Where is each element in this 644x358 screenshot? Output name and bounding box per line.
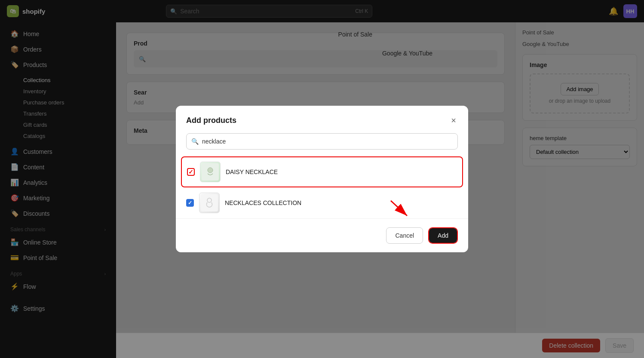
svg-point-1 [208,168,213,173]
modal-title: Add products [186,116,236,125]
necklaces-collection-thumbnail [199,193,220,213]
modal-add-button[interactable]: Add [429,228,457,243]
svg-rect-2 [201,194,218,211]
modal-header: Add products × [176,106,468,133]
checkmark-blue-icon: ✓ [188,200,192,206]
red-arrow-annotation [382,196,417,222]
necklaces-collection-label: NECKLACES COLLECTION [225,199,301,206]
daisy-necklace-thumbnail [200,162,221,182]
daisy-necklace-label: DAISY NECKLACE [226,168,278,175]
modal-search-wrap: 🔍 [176,133,468,156]
add-products-modal: Add products × 🔍 ✓ [176,106,468,252]
modal-search-container: 🔍 [186,133,458,150]
modal-search-icon: 🔍 [191,138,199,145]
modal-overlay: Add products × 🔍 ✓ [0,0,644,358]
add-button-highlight: Add [428,227,458,244]
modal-cancel-button[interactable]: Cancel [386,227,423,244]
modal-product-list: ✓ DAISY NECKLACE ✓ [176,156,468,218]
modal-search-input[interactable] [186,133,458,150]
checkmark-red-icon: ✓ [188,168,193,175]
modal-footer: Cancel Add [176,218,468,252]
modal-item-daisy-necklace[interactable]: ✓ DAISY NECKLACE [181,156,463,187]
checkbox-necklaces-collection[interactable]: ✓ [186,199,194,207]
checkbox-daisy-necklace[interactable]: ✓ [187,168,195,176]
modal-item-necklaces-collection[interactable]: ✓ NECKLACES COLLECTION [186,187,458,218]
modal-close-button[interactable]: × [449,114,458,126]
